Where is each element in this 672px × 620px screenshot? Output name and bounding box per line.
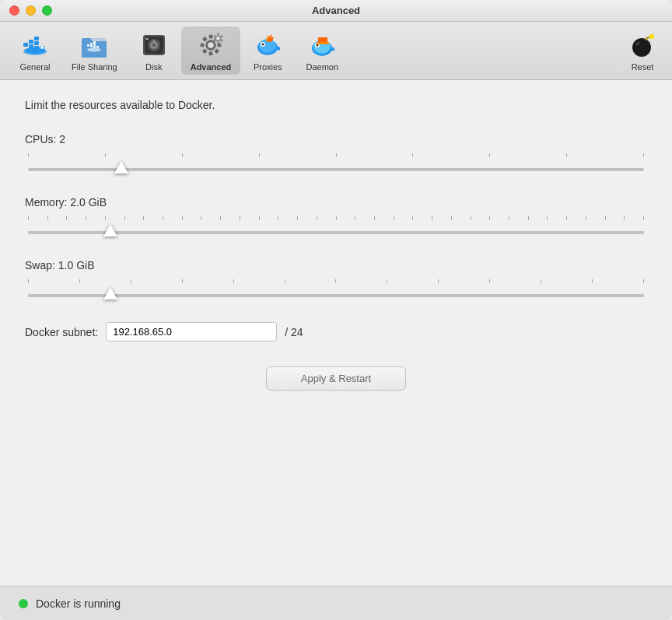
svg-rect-54 (317, 42, 329, 44)
toolbar-item-disk[interactable]: Disk (127, 26, 181, 75)
tick: | (336, 216, 337, 220)
subnet-row: Docker subnet: / 24 (25, 322, 647, 342)
tick: | (566, 216, 567, 220)
toolbar-item-file-sharing[interactable]: File Sharing (62, 26, 127, 75)
tick: | (105, 153, 106, 157)
daemon-label: Daemon (306, 62, 338, 72)
proxies-icon (252, 30, 283, 61)
tick: | (624, 216, 625, 220)
toolbar-item-proxies[interactable]: Proxies (240, 26, 295, 75)
tick: | (643, 216, 644, 220)
cpu-slider-container: | | | | | | | | | (25, 153, 647, 174)
svg-point-48 (262, 44, 264, 46)
toolbar-item-advanced[interactable]: Advanced (181, 26, 241, 75)
tick: | (566, 153, 567, 157)
tick: | (259, 216, 260, 220)
tick: | (394, 216, 394, 220)
toolbar-items: General File S (8, 26, 349, 75)
toolbar-item-reset[interactable]: Reset (621, 26, 664, 75)
tick: | (163, 216, 163, 220)
tick: | (317, 216, 317, 220)
cpu-label: CPUs: 2 (25, 133, 647, 145)
memory-ticks: | | | | | | | | | | | | | | | | | | | | (28, 216, 644, 220)
file-sharing-icon (79, 30, 110, 61)
svg-rect-0 (23, 43, 28, 47)
tick: | (28, 153, 29, 157)
general-label: General (19, 62, 50, 72)
swap-slider[interactable] (28, 294, 644, 297)
cpu-slider[interactable] (28, 168, 644, 171)
svg-rect-32 (214, 48, 219, 54)
svg-rect-17 (93, 46, 96, 48)
subnet-input[interactable] (106, 322, 277, 342)
proxies-whale-icon (253, 30, 282, 60)
description-text: Limit the resources available to Docker. (25, 99, 647, 111)
svg-rect-1 (29, 40, 33, 44)
tick: | (66, 216, 67, 220)
tick: | (131, 279, 131, 283)
button-row: Apply & Restart (25, 366, 647, 391)
tick: | (374, 216, 375, 220)
svg-rect-13 (90, 43, 93, 45)
tick: | (471, 216, 471, 220)
svg-rect-26 (145, 38, 149, 40)
tick: | (278, 216, 278, 220)
tick: | (47, 216, 48, 220)
tick: | (432, 216, 432, 220)
tick: | (592, 279, 593, 283)
tick: | (643, 153, 644, 157)
tick: | (489, 279, 490, 283)
tick: | (297, 216, 298, 220)
apply-restart-button[interactable]: Apply & Restart (266, 366, 406, 391)
tick: | (28, 279, 29, 283)
window-controls (9, 5, 52, 16)
memory-section: Memory: 2.0 GiB | | | | | | | | | | | | … (25, 196, 647, 237)
reset-label: Reset (632, 62, 654, 72)
general-icon (19, 30, 51, 61)
subnet-label: Docker subnet: (25, 326, 98, 338)
svg-rect-33 (209, 52, 213, 56)
svg-rect-16 (93, 44, 96, 46)
tick: | (201, 216, 201, 220)
tick: | (79, 279, 80, 283)
tick: | (541, 279, 541, 283)
svg-rect-29 (209, 35, 213, 39)
disk-icon (138, 30, 170, 61)
maximize-button[interactable] (42, 5, 52, 16)
cpu-section: CPUs: 2 | | | | | | | | | (25, 133, 647, 174)
bomb-icon (628, 31, 656, 59)
svg-rect-18 (96, 46, 99, 48)
tick: | (355, 216, 355, 220)
tick: | (547, 216, 548, 220)
tick: | (335, 279, 336, 283)
svg-rect-31 (218, 44, 222, 47)
tick: | (86, 216, 86, 220)
tick: | (220, 216, 221, 220)
memory-slider[interactable] (28, 231, 644, 234)
advanced-label: Advanced (191, 62, 232, 72)
tick: | (412, 153, 413, 157)
tick: | (586, 216, 586, 220)
toolbar-item-daemon[interactable]: Daemon (295, 26, 349, 75)
tick: | (509, 216, 509, 220)
svg-rect-4 (34, 41, 39, 45)
tick: | (259, 153, 260, 157)
cpu-ticks: | | | | | | | | | (28, 153, 644, 157)
svg-rect-3 (34, 37, 39, 40)
svg-rect-34 (202, 48, 208, 54)
tick: | (605, 216, 606, 220)
svg-point-25 (153, 40, 155, 41)
tick: | (336, 153, 337, 157)
tick: | (105, 216, 106, 220)
status-text: Docker is running (36, 597, 121, 610)
tick: | (28, 216, 29, 220)
disk-label: Disk (145, 62, 162, 72)
swap-slider-container: | | | | | | | | | | | | | (25, 279, 647, 300)
minimize-button[interactable] (26, 5, 36, 16)
close-button[interactable] (9, 5, 19, 16)
toolbar-item-general[interactable]: General (8, 26, 62, 75)
svg-rect-12 (87, 44, 89, 47)
tick: | (451, 216, 452, 220)
gear-cog-icon (197, 31, 225, 59)
tick: | (387, 279, 387, 283)
